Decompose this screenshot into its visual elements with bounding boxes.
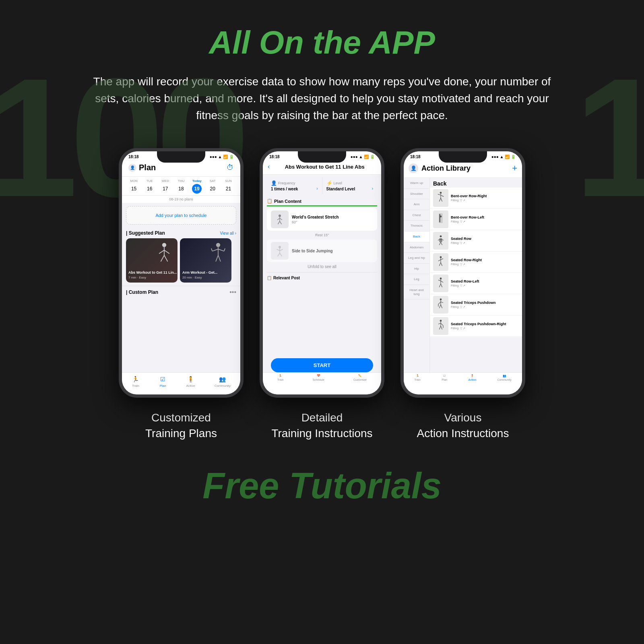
phone2-tab-train[interactable]: 🏃 Train (277, 374, 284, 391)
phone2-divider (267, 272, 377, 272)
svg-line-17 (280, 218, 282, 220)
svg-line-3 (164, 250, 169, 254)
phone2-tab-bar: 🏃 Train 📅 Schedule ✏️ Customize (263, 372, 381, 394)
p2-train-icon: 🏃 (279, 374, 282, 378)
phone1-suggested-title: | Suggested Plan (126, 230, 165, 236)
svg-line-16 (277, 218, 280, 220)
phone2-unfold[interactable]: Unfold to see all (263, 263, 381, 270)
svg-line-13 (218, 255, 221, 261)
phone1-tab-community[interactable]: 👥 Community (215, 375, 231, 390)
phone2-caption: DetailedTraining Instructions (271, 410, 372, 441)
phone1-view-all[interactable]: View all › (220, 231, 236, 235)
phone3-icons: ●●● ▲ 📶 🔋 (491, 155, 516, 159)
phone1-tab-train[interactable]: 🏃 Train (132, 375, 140, 390)
p3-action-label: Action (469, 378, 476, 381)
phone3-ex-6[interactable]: Seated Triceps Pushdown Fitting: ▽ ↗ (430, 294, 522, 316)
phone3-ex5-info: Seated Row-Left Fitting: ▽ ↗ (451, 279, 519, 288)
phone2-header: ‹ Abs Workout to Get 11 Line Abs (263, 161, 381, 175)
phone3: 18:18 ●●● ▲ 📶 🔋 👤 Action Library + (400, 148, 525, 398)
phone1-card-arm[interactable]: Arm Workout - Get... 20 min · Easy (180, 238, 231, 283)
phone1-cards: Abs Workout to Get 11 Lin... 7 min · Eas… (122, 238, 240, 286)
phone3-ex7-name: Seated Triceps Pushdown-Right (451, 322, 519, 326)
svg-line-9 (211, 248, 213, 251)
phone1-card-abs[interactable]: Abs Workout to Get 11 Lin... 7 min · Eas… (126, 238, 178, 283)
phone2-relevant-post: 📋 Relevant Post (263, 274, 381, 282)
phone1-day-thu: THU 18 (176, 179, 186, 194)
phone3-ex4-info: Seated Row-Right Fitting: ▽ ↗ (451, 258, 519, 266)
phone1-day-mon: MON 15 (129, 179, 139, 194)
svg-point-26 (440, 192, 442, 194)
phone3-sidebar: Warm up Shoulder Arm Chest Thoracic Back… (404, 178, 430, 387)
phone1-tab-bar: 🏃 Train ☑ Plan 🧍 Action 👥 (122, 372, 240, 394)
phone3-ex5-thumb (433, 275, 448, 292)
p2-customize-label: Customize (353, 378, 367, 381)
phone3-ex1-thumb (433, 189, 448, 207)
phone1-tab-plan[interactable]: ☑ Plan (159, 375, 167, 390)
phone1-tab-community-label: Community (215, 384, 231, 388)
phone1-add-plan[interactable]: Add your plan to schedule (126, 206, 236, 225)
phone2-freq-label: Frequency (278, 181, 295, 185)
svg-rect-33 (439, 214, 440, 222)
sidebar-thoracic[interactable]: Thoracic (404, 221, 429, 231)
phone2-tab-customize[interactable]: ✏️ Customize (353, 374, 367, 391)
sidebar-chest[interactable]: Chest (404, 210, 429, 221)
phone1-header: 👤 Plan ⏱ (122, 161, 240, 177)
phone3-tab-train[interactable]: 🏃 Train (414, 374, 421, 391)
svg-line-28 (438, 194, 441, 195)
level-icon: ⚡ (326, 180, 332, 186)
phone2-frequency-box[interactable]: 👤 Frequency 1 times / week › (267, 177, 322, 194)
phone1-day-today: Today 19 (192, 179, 202, 194)
svg-line-40 (441, 242, 442, 245)
phone1-card-arm-figure (208, 242, 228, 266)
phone3-ex-4[interactable]: Seated Row-Right Fitting: ▽ ↗ (430, 252, 522, 273)
phone2-freq-level: 👤 Frequency 1 times / week › ⚡ Le (267, 177, 377, 194)
sidebar-back[interactable]: Back (404, 231, 429, 242)
sidebar-arm[interactable]: Arm (404, 199, 429, 210)
sidebar-heart[interactable]: Heart and lung (404, 285, 429, 299)
phone3-ex6-info: Seated Triceps Pushdown Fitting: ▽ ↗ (451, 301, 519, 309)
phone3-tab-plan[interactable]: ☑ Plan (442, 374, 447, 391)
phone2-start-btn[interactable]: START (271, 358, 373, 372)
sidebar-abdomen[interactable]: Abdomen (404, 242, 429, 253)
phone1-more-icon[interactable]: ••• (229, 289, 236, 296)
phone2-level-arrow: › (372, 186, 373, 191)
phone1-day-tue: TUE 16 (145, 179, 155, 194)
phone1-time: 18:18 (128, 155, 139, 159)
svg-line-10 (218, 249, 224, 251)
phone3-time: 18:18 (410, 155, 421, 159)
phone3-ex-5[interactable]: Seated Row-Left Fitting: ▽ ↗ (430, 273, 522, 294)
svg-line-31 (441, 198, 442, 201)
phone3-ex-7[interactable]: Seated Triceps Pushdown-Right Fitting: ▽… (430, 316, 522, 337)
phone3-header-left: 👤 Action Library (409, 163, 471, 173)
svg-line-50 (441, 281, 443, 283)
sidebar-shoulder[interactable]: Shoulder (404, 189, 429, 200)
phone2-tab-schedule[interactable]: 📅 Schedule (313, 374, 324, 391)
sidebar-leg-hip[interactable]: Leg and hip (404, 253, 429, 264)
phone2-ex2-name: Side to Side Jumping (292, 249, 333, 253)
svg-line-11 (224, 248, 225, 251)
sidebar-hip[interactable]: Hip (404, 264, 429, 275)
phone3-container: 18:18 ●●● ▲ 📶 🔋 👤 Action Library + (400, 148, 525, 441)
phone3-ex-1[interactable]: Bent-over Row-Right Fitting: ▽ ↗ (430, 188, 522, 209)
phone1-tab-action[interactable]: 🧍 Action (186, 375, 195, 390)
phone3-add-btn[interactable]: + (512, 163, 517, 173)
phone3-ex-3[interactable]: Seated Row Fitting: ▽ ↗ (430, 230, 522, 252)
phone3-ex-2[interactable]: Bent-over Row-Left Fitting: ▽ ↗ (430, 209, 522, 230)
svg-point-34 (440, 215, 442, 217)
phone3-ex7-info: Seated Triceps Pushdown-Right Fitting: ▽… (451, 322, 519, 330)
svg-line-29 (441, 195, 444, 197)
svg-line-19 (280, 221, 282, 225)
phone3-caption: VariousAction Instructions (417, 410, 509, 441)
svg-line-66 (441, 326, 442, 329)
phone3-tab-community[interactable]: 👥 Community (497, 374, 511, 391)
sidebar-leg[interactable]: Leg (404, 274, 429, 285)
svg-point-60 (440, 320, 442, 322)
phone3-tab-action[interactable]: 🧍 Action (469, 374, 476, 391)
svg-point-20 (279, 246, 281, 248)
phone2-level-box[interactable]: ⚡ Level Standard Level › (322, 177, 378, 194)
phone1-card-arm-label: Arm Workout - Get... (182, 270, 217, 275)
phone2-rest: Rest 15" (263, 231, 381, 239)
phone2-back-btn[interactable]: ‹ (268, 163, 270, 170)
phone2-workout-title: Abs Workout to Get 11 Line Abs (273, 164, 376, 170)
sidebar-warm-up[interactable]: Warm up (404, 178, 429, 189)
